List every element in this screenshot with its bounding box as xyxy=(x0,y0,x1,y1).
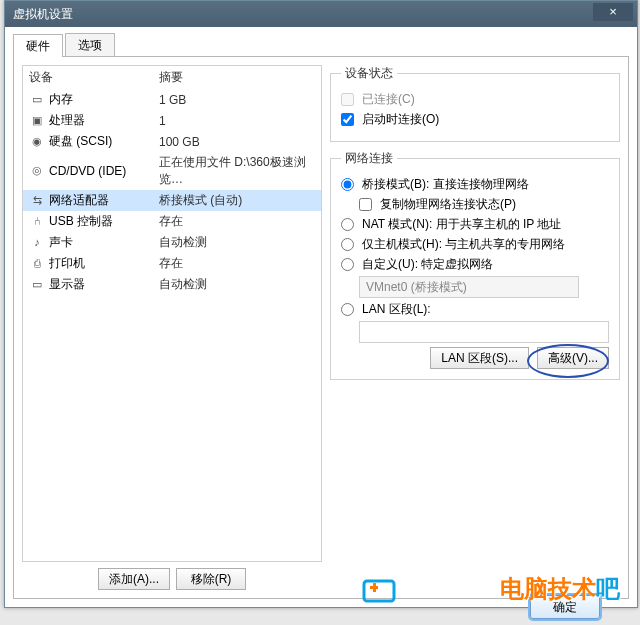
network-legend: 网络连接 xyxy=(341,150,397,167)
settings-panel: 设备状态 已连接(C) 启动时连接(O) 网络连接 桥接模式(B): 直接连接物… xyxy=(330,65,620,590)
device-name: 声卡 xyxy=(49,234,159,251)
device-list[interactable]: 设备 摘要 ▭内存1 GB▣处理器1◉硬盘 (SCSI)100 GB◎CD/DV… xyxy=(22,65,322,562)
device-name: 打印机 xyxy=(49,255,159,272)
lanseg-select xyxy=(359,321,609,343)
connected-label: 已连接(C) xyxy=(362,91,415,108)
device-summary: 桥接模式 (自动) xyxy=(159,192,315,209)
svg-rect-2 xyxy=(373,583,376,592)
lanseg-radio[interactable] xyxy=(341,303,354,316)
dialog-button-bar: 确定 xyxy=(530,595,600,619)
close-button[interactable]: × xyxy=(593,3,633,21)
nat-label: NAT 模式(N): 用于共享主机的 IP 地址 xyxy=(362,216,561,233)
device-row[interactable]: ♪声卡自动检测 xyxy=(23,232,321,253)
device-icon: ▣ xyxy=(29,114,45,128)
device-row[interactable]: ▭显示器自动检测 xyxy=(23,274,321,295)
client-area: 硬件 选项 设备 摘要 ▭内存1 GB▣处理器1◉硬盘 (SCSI)100 GB… xyxy=(5,27,637,607)
lanseg-label: LAN 区段(L): xyxy=(362,301,431,318)
tab-options[interactable]: 选项 xyxy=(65,33,115,56)
tab-body: 设备 摘要 ▭内存1 GB▣处理器1◉硬盘 (SCSI)100 GB◎CD/DV… xyxy=(13,57,629,599)
device-icon: ▭ xyxy=(29,278,45,292)
device-row[interactable]: ◉硬盘 (SCSI)100 GB xyxy=(23,131,321,152)
custom-network-select: VMnet0 (桥接模式) xyxy=(359,276,579,298)
device-status-group: 设备状态 已连接(C) 启动时连接(O) xyxy=(330,65,620,142)
tab-hardware[interactable]: 硬件 xyxy=(13,34,63,57)
nat-radio[interactable] xyxy=(341,218,354,231)
connect-on-power-label: 启动时连接(O) xyxy=(362,111,439,128)
hdr-device: 设备 xyxy=(29,69,159,86)
watermark-icon xyxy=(360,575,400,607)
hostonly-label: 仅主机模式(H): 与主机共享的专用网络 xyxy=(362,236,565,253)
device-buttons: 添加(A)... 移除(R) xyxy=(22,568,322,590)
network-group: 网络连接 桥接模式(B): 直接连接物理网络 复制物理网络连接状态(P) NAT… xyxy=(330,150,620,380)
tab-strip: 硬件 选项 xyxy=(13,33,629,57)
device-name: 硬盘 (SCSI) xyxy=(49,133,159,150)
custom-label: 自定义(U): 特定虚拟网络 xyxy=(362,256,493,273)
device-summary: 正在使用文件 D:\360极速浏览… xyxy=(159,154,315,188)
lan-segments-button[interactable]: LAN 区段(S)... xyxy=(430,347,529,369)
device-list-header: 设备 摘要 xyxy=(23,66,321,89)
ok-button[interactable]: 确定 xyxy=(530,595,600,619)
bridged-label: 桥接模式(B): 直接连接物理网络 xyxy=(362,176,529,193)
window-title: 虚拟机设置 xyxy=(13,6,73,23)
device-summary: 100 GB xyxy=(159,135,315,149)
add-device-button[interactable]: 添加(A)... xyxy=(98,568,170,590)
device-row[interactable]: ⑃USB 控制器存在 xyxy=(23,211,321,232)
device-name: 显示器 xyxy=(49,276,159,293)
device-row[interactable]: ⇆网络适配器桥接模式 (自动) xyxy=(23,190,321,211)
device-status-legend: 设备状态 xyxy=(341,65,397,82)
custom-radio[interactable] xyxy=(341,258,354,271)
hdr-summary: 摘要 xyxy=(159,69,183,86)
replicate-label: 复制物理网络连接状态(P) xyxy=(380,196,516,213)
device-icon: ◉ xyxy=(29,135,45,149)
advanced-button[interactable]: 高级(V)... xyxy=(537,347,609,369)
device-icon: ▭ xyxy=(29,93,45,107)
hostonly-radio[interactable] xyxy=(341,238,354,251)
device-name: 网络适配器 xyxy=(49,192,159,209)
bridged-radio[interactable] xyxy=(341,178,354,191)
device-summary: 1 GB xyxy=(159,93,315,107)
device-icon: ⇆ xyxy=(29,194,45,208)
device-name: USB 控制器 xyxy=(49,213,159,230)
device-icon: ⎙ xyxy=(29,257,45,271)
device-summary: 自动检测 xyxy=(159,276,315,293)
device-summary: 自动检测 xyxy=(159,234,315,251)
device-icon: ◎ xyxy=(29,164,45,178)
device-panel: 设备 摘要 ▭内存1 GB▣处理器1◉硬盘 (SCSI)100 GB◎CD/DV… xyxy=(22,65,322,590)
replicate-checkbox[interactable] xyxy=(359,198,372,211)
device-name: 内存 xyxy=(49,91,159,108)
device-row[interactable]: ▭内存1 GB xyxy=(23,89,321,110)
vm-settings-window: 虚拟机设置 × 硬件 选项 设备 摘要 ▭内存1 GB▣处理器1◉硬盘 (SCS… xyxy=(4,0,638,608)
connect-on-power-checkbox[interactable] xyxy=(341,113,354,126)
device-name: 处理器 xyxy=(49,112,159,129)
device-icon: ⑃ xyxy=(29,215,45,229)
device-icon: ♪ xyxy=(29,236,45,250)
device-row[interactable]: ▣处理器1 xyxy=(23,110,321,131)
device-row[interactable]: ⎙打印机存在 xyxy=(23,253,321,274)
device-summary: 1 xyxy=(159,114,315,128)
svg-rect-0 xyxy=(364,581,394,601)
titlebar[interactable]: 虚拟机设置 × xyxy=(5,1,637,27)
device-row[interactable]: ◎CD/DVD (IDE)正在使用文件 D:\360极速浏览… xyxy=(23,152,321,190)
device-name: CD/DVD (IDE) xyxy=(49,164,159,178)
connected-checkbox xyxy=(341,93,354,106)
device-summary: 存在 xyxy=(159,255,315,272)
remove-device-button[interactable]: 移除(R) xyxy=(176,568,246,590)
device-summary: 存在 xyxy=(159,213,315,230)
